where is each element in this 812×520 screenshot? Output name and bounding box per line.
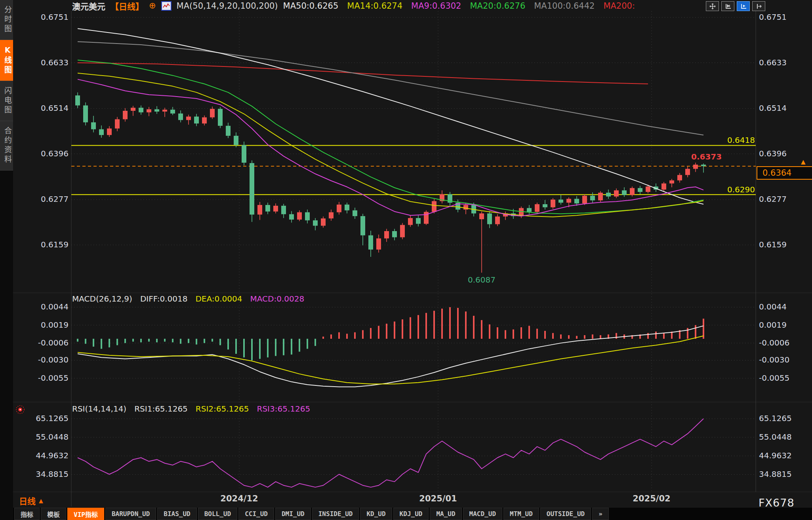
rsi2-value: RSI2:65.1265 <box>196 404 249 414</box>
symbol-title: 澳元美元 <box>72 0 105 12</box>
rsi3-value: RSI3:65.1265 <box>257 404 311 414</box>
add-compare-icon[interactable]: ⊕ <box>149 2 156 10</box>
sidebar-item-flash-chart[interactable]: 闪电图 <box>0 81 13 121</box>
mini-chart-icon[interactable] <box>161 1 172 11</box>
ma-legend-item: MA50:0.6265 <box>283 1 339 11</box>
shift-right-icon[interactable] <box>752 1 765 11</box>
tab-dmi[interactable]: DMI_UD <box>275 508 311 520</box>
recording-indicator-icon <box>15 404 25 415</box>
tab-barupdn[interactable]: BARUPDN_UD <box>105 508 156 520</box>
period-tag: 【日线】 <box>111 0 144 12</box>
ma-legend: MA50:0.6265MA14:0.6274MA9:0.6302MA20:0.6… <box>283 1 635 11</box>
chart-toolbar <box>706 1 765 11</box>
watermark: FX678 <box>759 497 795 509</box>
ma-legend-item: MA100:0.6442 <box>534 1 595 11</box>
ma-legend-item: MA9:0.6302 <box>411 1 461 11</box>
sidebar-item-contract-info[interactable]: 合约资料 <box>0 121 13 171</box>
macd-dea-value: DEA:0.0004 <box>195 294 242 304</box>
macd-title: MACD(26,12,9) <box>72 294 132 304</box>
left-sidebar: 分时图 K线图 闪电图 合约资料 <box>0 0 13 520</box>
macd-panel-header: MACD(26,12,9) DIFF:0.0018 DEA:0.0004 MAC… <box>72 294 304 304</box>
macd-diff-value: DIFF:0.0018 <box>140 294 187 304</box>
tab-mtm[interactable]: MTM_UD <box>503 508 539 520</box>
last-price-box: 0.6364 <box>757 166 812 180</box>
sidebar-item-kline-chart[interactable]: K线图 <box>0 40 13 81</box>
rsi-title: RSI(14,14,14) <box>72 404 126 414</box>
tab-bias[interactable]: BIAS_UD <box>157 508 196 520</box>
ma-params-label: MA(50,14,9,20,100,200) <box>177 1 278 11</box>
indicator-tabbar: 指标模板VIP指标BARUPDN_UDBIAS_UDBOLL_UDCCI_UDD… <box>13 508 812 520</box>
tab-inside[interactable]: INSIDE_UD <box>312 508 359 520</box>
scale-left-icon[interactable] <box>721 1 734 11</box>
tab-kd[interactable]: KD_UD <box>360 508 392 520</box>
tab-vip-indicators[interactable]: VIP指标 <box>67 508 104 520</box>
rsi1-value: RSI1:65.1265 <box>134 404 188 414</box>
tab-boll[interactable]: BOLL_UD <box>198 508 237 520</box>
tab-kdj[interactable]: KDJ_UD <box>393 508 429 520</box>
tab-indicators[interactable]: 指标 <box>14 508 40 520</box>
tab-ma[interactable]: MA_UD <box>430 508 461 520</box>
tab-templates[interactable]: 模板 <box>41 508 66 520</box>
ma-legend-item: MA20:0.6276 <box>470 1 525 11</box>
pan-tool-icon[interactable] <box>706 1 719 11</box>
chart-canvas[interactable] <box>0 0 812 520</box>
auto-scroll-icon[interactable] <box>737 1 750 11</box>
macd-macd-value: MACD:0.0028 <box>250 294 304 304</box>
sidebar-item-time-chart[interactable]: 分时图 <box>0 0 13 40</box>
rsi-panel-header: RSI(14,14,14) RSI1:65.1265 RSI2:65.1265 … <box>72 404 310 414</box>
trading-app-window: 分时图 K线图 闪电图 合约资料 澳元美元 【日线】 ⊕ MA(50,14,9,… <box>0 0 812 520</box>
chart-header: 澳元美元 【日线】 ⊕ MA(50,14,9,20,100,200) MA50:… <box>72 0 635 11</box>
tab-macd[interactable]: MACD_UD <box>463 508 502 520</box>
tab-cci[interactable]: CCI_UD <box>238 508 274 520</box>
ma-legend-item: MA14:0.6274 <box>347 1 402 11</box>
ma-legend-item: MA200: <box>603 1 635 11</box>
period-selector[interactable]: 日线 ▲ <box>19 495 43 507</box>
period-label: 日线 <box>19 495 36 507</box>
tab-outside[interactable]: OUTSIDE_UD <box>540 508 591 520</box>
tab-more[interactable]: » <box>592 508 609 520</box>
period-arrow-icon: ▲ <box>39 497 43 504</box>
